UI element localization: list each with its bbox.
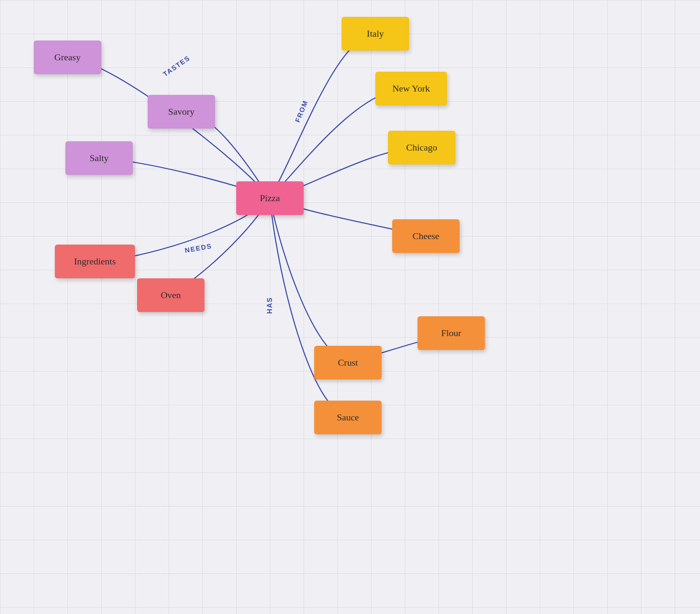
newyork-node[interactable]: New York	[375, 72, 447, 105]
oven-label: Oven	[161, 290, 181, 301]
needs-label: NEEDS	[184, 242, 213, 254]
crust-node[interactable]: Crust	[314, 346, 382, 380]
crust-label: Crust	[338, 357, 358, 368]
ingredients-label: Ingredients	[74, 256, 116, 267]
cheese-node[interactable]: Cheese	[392, 219, 460, 253]
savory-node[interactable]: Savory	[148, 95, 215, 129]
cheese-label: Cheese	[412, 231, 439, 242]
sauce-label: Sauce	[337, 412, 359, 423]
salty-label: Salty	[89, 153, 108, 164]
italy-label: Italy	[367, 28, 384, 39]
salty-node[interactable]: Salty	[65, 141, 133, 175]
oven-node[interactable]: Oven	[137, 278, 205, 312]
flour-node[interactable]: Flour	[417, 316, 485, 350]
newyork-label: New York	[392, 83, 430, 94]
has-label: HAS	[266, 297, 274, 314]
savory-label: Savory	[168, 106, 194, 117]
ingredients-node[interactable]: Ingredients	[55, 245, 135, 278]
sauce-node[interactable]: Sauce	[314, 401, 382, 434]
flour-label: Flour	[441, 328, 461, 339]
italy-node[interactable]: Italy	[342, 17, 409, 51]
greasy-label: Greasy	[54, 52, 81, 63]
pizza-label: Pizza	[260, 193, 280, 204]
from-label: FROM	[294, 99, 310, 124]
chicago-label: Chicago	[406, 142, 437, 153]
greasy-node[interactable]: Greasy	[34, 40, 101, 74]
tastes-label: TASTES	[162, 54, 192, 78]
chicago-node[interactable]: Chicago	[388, 131, 455, 164]
pizza-node[interactable]: Pizza	[236, 181, 304, 215]
